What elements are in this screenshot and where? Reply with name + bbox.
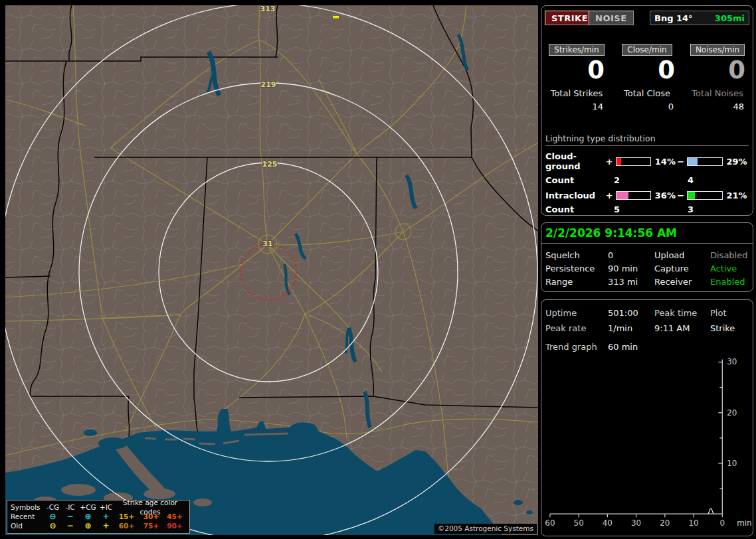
status-row: Squelch 0 Upload Disabled [541,248,753,262]
cg-minus-percent: 29% [725,157,749,167]
age-code-30: 30+ [139,512,163,521]
range-label: Range [545,277,608,287]
intracloud-label: Intracloud [545,191,606,200]
x-tick-label: 0 [719,518,725,528]
strike-counter-panel: STRIKE NOISE Bng 14° 305mi Strikes/min 0… [541,5,753,216]
total-noises-label: Total Noises [686,88,749,98]
cg-plus-percent: 14% [654,157,678,167]
x-axis-unit: min [737,518,751,528]
minus-sign: − [677,157,684,167]
x-tick-label: 50 [574,518,584,528]
trend-strike-peak [708,509,713,514]
old-pos-cg-icon: ⊕ [78,521,98,530]
recent-neg-ic-icon: − [62,512,78,521]
capture-status: Active [710,264,749,273]
upload-label: Upload [654,250,710,260]
legend-header-neg-ic: -IC [62,502,78,512]
noises-per-min-label: Noises/min [690,44,745,56]
minus-sign: − [677,191,684,200]
noises-per-min-value: 0 [686,58,749,84]
ring-label-31: 31 [262,240,272,248]
total-strikes-value: 14 [545,102,609,112]
status-panel: 2/2/2026 9:14:56 AM Squelch 0 Upload Dis… [541,222,753,292]
x-tick-label: 40 [603,518,613,528]
close-per-min-value: 0 [615,58,679,84]
cg-minus-count: 4 [684,175,694,185]
intracloud-count-row: Count 5 3 [545,204,749,214]
ring-label-313: 313 [260,5,276,13]
map-canvas[interactable]: 31 125 219 313 [5,5,538,535]
cloud-ground-row: Cloud-ground + 14% − 29% [545,151,749,171]
age-code-90: 90+ [163,521,186,530]
x-tick-label: 30 [631,518,641,528]
status-row: Persistence 90 min Capture Active [541,262,753,275]
legend-header-pos-ic: +IC [98,502,114,512]
strikes-per-min-value: 0 [545,58,609,84]
count-label: Count [545,204,614,214]
recent-pos-cg-icon: ⊕ [78,512,98,521]
legend-header-pos-cg: +CG [78,502,98,512]
x-tick-label: 60 [545,518,555,528]
bearing-value: Bng 14° [654,13,693,23]
close-per-min-column: Close/min 0 Total Close 0 [612,42,682,112]
age-code-75: 75+ [139,521,163,530]
recent-neg-cg-icon: ⊖ [44,512,62,521]
cg-plus-bar [616,157,651,166]
lightning-map[interactable]: 31 125 219 313 Symbols -CG -IC +CG +IC S… [5,5,538,535]
receiver-label: Receiver [654,277,710,287]
persistence-value: 90 min [608,264,654,273]
total-close-label: Total Close [615,88,679,98]
strikes-per-min-label: Strikes/min [549,44,604,56]
ic-plus-count: 5 [614,204,684,214]
squelch-value: 0 [608,250,654,260]
y-tick-label: 30 [727,357,737,366]
cloud-ground-count-row: Count 2 4 [545,175,749,185]
distribution-title: Lightning type distribution [545,133,749,146]
recent-pos-ic-icon: + [98,512,114,521]
total-close-value: 0 [615,102,679,112]
range-value: 313 mi [608,277,654,287]
ic-minus-count: 3 [684,204,694,214]
trend-panel: Uptime 501:00 Peak time Plot Peak rate 1… [541,299,753,536]
old-neg-ic-icon: − [62,521,78,530]
plus-sign: + [606,191,613,200]
bearing-distance-value: 305mi [715,13,745,23]
ic-minus-percent: 21% [725,191,749,200]
squelch-label: Squelch [545,250,608,260]
plus-sign: + [606,157,613,167]
close-per-min-label: Close/min [622,44,672,56]
age-code-15: 15+ [114,512,139,521]
noise-toggle-button[interactable]: NOISE [589,11,634,25]
age-code-45: 45+ [163,512,186,521]
total-noises-value: 48 [686,102,749,112]
total-strikes-label: Total Strikes [545,88,609,98]
old-pos-ic-icon: + [98,521,114,530]
capture-label: Capture [654,264,710,273]
copyright-notice: ©2005 Astrogenic Systems [434,524,537,534]
noises-per-min-column: Noises/min 0 Total Noises 48 [682,42,753,112]
stormtracker-app: { "toolbar": { "strike": "STRIKE", "nois… [0,0,756,539]
x-tick-label: 10 [688,518,698,528]
persistence-label: Persistence [545,264,608,273]
cg-minus-bar [687,157,722,166]
strikes-per-min-column: Strikes/min 0 Total Strikes 14 [541,42,612,112]
ring-label-219: 219 [261,80,276,89]
bearing-range-display: Bng 14° 305mi [650,11,749,25]
strike-toggle-button[interactable]: STRIKE [545,11,595,25]
ic-plus-bar [616,191,651,200]
legend-symbols-header: Symbols [11,502,44,512]
lightning-distribution-section: Lightning type distribution Cloud-ground… [545,133,749,214]
age-code-60: 60+ [114,521,139,530]
strike-symbol-old-neg-ic [333,16,339,19]
old-neg-cg-icon: ⊖ [44,521,62,530]
count-label: Count [545,175,614,185]
legend-row-old-label: Old [11,521,44,530]
y-tick-label: 10 [727,459,737,468]
x-tick-label: 20 [660,518,670,528]
map-legend: Symbols -CG -IC +CG +IC Strike age color… [7,500,190,534]
intracloud-row: Intracloud + 36% − 21% [545,191,749,200]
cg-plus-count: 2 [614,175,684,185]
legend-row-recent-label: Recent [11,512,44,521]
datetime-display: 2/2/2026 9:14:56 AM [541,223,753,244]
status-row: Range 313 mi Receiver Enabled [541,275,753,288]
